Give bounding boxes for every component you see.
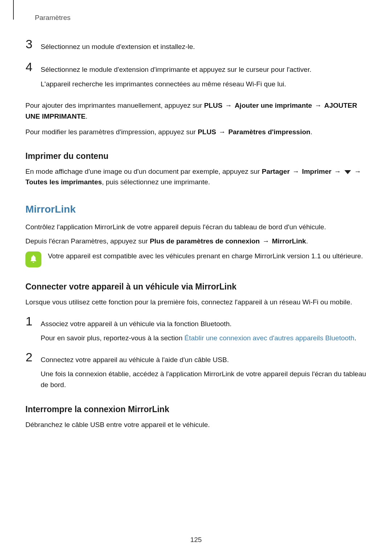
step-text: Sélectionnez le module d'extension d'imp… xyxy=(41,64,367,75)
period: . xyxy=(306,237,308,245)
bell-icon xyxy=(25,251,41,267)
step-text: Connectez votre appareil au véhicule à l… xyxy=(41,354,367,365)
dropdown-icon xyxy=(344,170,351,174)
step-content: Associez votre appareil à un véhicule vi… xyxy=(41,319,367,344)
arrow-icon: → xyxy=(219,128,226,136)
text: Depuis l'écran Paramètres, appuyez sur xyxy=(25,237,150,245)
step-content: Sélectionnez le module d'extension d'imp… xyxy=(41,64,367,89)
label-plus: PLUS xyxy=(198,128,216,136)
heading-mirrorlink: MirrorLink xyxy=(25,204,367,215)
step-text: Associez votre appareil à un véhicule vi… xyxy=(41,319,367,329)
connect-step-1: 1 Associez votre appareil à un véhicule … xyxy=(25,319,367,344)
arrow-icon: → xyxy=(293,168,299,175)
period: . xyxy=(86,112,87,120)
label-plus: PLUS xyxy=(204,102,222,109)
running-header: Paramètres xyxy=(35,14,367,22)
manual-add-paragraph: Pour ajouter des imprimantes manuellemen… xyxy=(25,100,367,122)
step-text: L'appareil recherche les imprimantes con… xyxy=(41,79,367,89)
label-print: Imprimer xyxy=(302,168,331,175)
arrow-icon: → xyxy=(225,102,232,109)
header-rule xyxy=(13,0,14,20)
step-number: 4 xyxy=(22,60,36,74)
mirrorlink-desc: Contrôlez l'application MirrorLink de vo… xyxy=(25,222,367,232)
text: Pour en savoir plus, reportez-vous à la … xyxy=(41,334,184,342)
step-text: Sélectionnez un module d'extension et in… xyxy=(41,41,367,52)
modify-settings-paragraph: Pour modifier les paramètres d'impressio… xyxy=(25,127,367,137)
page-number: 125 xyxy=(0,536,392,544)
connect-step-2: 2 Connectez votre appareil au véhicule à… xyxy=(25,354,367,390)
text: Pour ajouter des imprimantes manuellemen… xyxy=(25,102,204,109)
label-print-settings: Paramètres d'impression xyxy=(228,128,310,136)
heading-connect: Connecter votre appareil à un véhicule v… xyxy=(25,282,367,292)
step-number: 3 xyxy=(22,37,36,51)
text: , puis sélectionnez une imprimante. xyxy=(102,178,210,186)
note-text: Votre appareil est compatible avec les v… xyxy=(48,251,363,261)
note: Votre appareil est compatible avec les v… xyxy=(25,251,367,267)
step-text: Une fois la connexion établie, accédez à… xyxy=(41,369,367,390)
step-content: Sélectionnez un module d'extension et in… xyxy=(41,41,367,52)
arrow-icon: → xyxy=(354,168,361,175)
period: . xyxy=(354,334,356,342)
label-more-connection: Plus de paramètres de connexion xyxy=(150,237,260,245)
arrow-icon: → xyxy=(262,237,269,245)
text: Pour modifier les paramètres d'impressio… xyxy=(25,128,198,136)
interrupt-text: Débranchez le câble USB entre votre appa… xyxy=(25,419,367,430)
step-4: 4 Sélectionnez le module d'extension d'i… xyxy=(25,64,367,89)
label-all-printers: Toutes les imprimantes xyxy=(25,178,102,186)
label-add-printer: Ajouter une imprimante xyxy=(234,102,312,109)
step-content: Connectez votre appareil au véhicule à l… xyxy=(41,354,367,390)
print-content-paragraph: En mode affichage d'une image ou d'un do… xyxy=(25,166,367,188)
step-3: 3 Sélectionnez un module d'extension et … xyxy=(25,41,367,52)
heading-interrupt: Interrompre la connexion MirrorLink xyxy=(25,405,367,414)
page: Paramètres 3 Sélectionnez un module d'ex… xyxy=(0,0,392,554)
period: . xyxy=(310,128,312,136)
connect-intro: Lorsque vous utilisez cette fonction pou… xyxy=(25,297,367,307)
arrow-icon: → xyxy=(315,102,322,109)
step-number: 1 xyxy=(22,314,36,328)
label-mirrorlink: MirrorLink xyxy=(272,237,306,245)
mirrorlink-path: Depuis l'écran Paramètres, appuyez sur P… xyxy=(25,236,367,246)
step-text: Pour en savoir plus, reportez-vous à la … xyxy=(41,333,367,343)
step-number: 2 xyxy=(22,350,36,364)
label-share: Partager xyxy=(262,168,290,175)
arrow-icon: → xyxy=(334,168,341,175)
heading-print-content: Imprimer du contenu xyxy=(25,151,367,161)
text: En mode affichage d'une image ou d'un do… xyxy=(25,168,262,175)
link-bluetooth-pairing[interactable]: Établir une connexion avec d'autres appa… xyxy=(184,334,354,342)
